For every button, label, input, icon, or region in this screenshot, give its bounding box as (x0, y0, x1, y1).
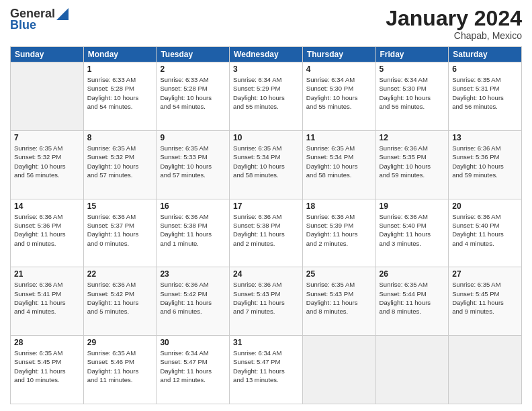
week-row-2: 14Sunrise: 6:36 AMSunset: 5:36 PMDayligh… (11, 199, 522, 267)
day-info: Sunrise: 6:34 AMSunset: 5:47 PMDaylight:… (233, 349, 299, 384)
table-row: 26Sunrise: 6:35 AMSunset: 5:44 PMDayligh… (375, 267, 449, 336)
table-row: 27Sunrise: 6:35 AMSunset: 5:45 PMDayligh… (449, 267, 522, 336)
table-row (11, 62, 84, 131)
day-info: Sunrise: 6:36 AMSunset: 5:37 PMDaylight:… (87, 212, 153, 248)
table-row: 19Sunrise: 6:36 AMSunset: 5:40 PMDayligh… (375, 199, 449, 267)
day-number: 19 (380, 201, 445, 211)
page: General Blue January 2024 Chapab, Mexico… (0, 0, 532, 411)
day-info: Sunrise: 6:33 AMSunset: 5:28 PMDaylight:… (87, 75, 153, 111)
day-number: 20 (452, 201, 518, 211)
table-row: 7Sunrise: 6:35 AMSunset: 5:32 PMDaylight… (11, 130, 84, 199)
table-row: 22Sunrise: 6:36 AMSunset: 5:42 PMDayligh… (83, 267, 157, 336)
table-row: 8Sunrise: 6:35 AMSunset: 5:32 PMDaylight… (83, 130, 157, 199)
day-info: Sunrise: 6:36 AMSunset: 5:41 PMDaylight:… (14, 280, 80, 316)
day-info: Sunrise: 6:34 AMSunset: 5:47 PMDaylight:… (160, 349, 226, 384)
day-info: Sunrise: 6:35 AMSunset: 5:45 PMDaylight:… (452, 280, 518, 316)
day-number: 18 (306, 201, 372, 211)
table-row: 9Sunrise: 6:35 AMSunset: 5:33 PMDaylight… (157, 130, 230, 199)
table-row: 2Sunrise: 6:33 AMSunset: 5:28 PMDaylight… (157, 62, 230, 131)
day-info: Sunrise: 6:36 AMSunset: 5:35 PMDaylight:… (380, 144, 445, 179)
table-row: 31Sunrise: 6:34 AMSunset: 5:47 PMDayligh… (230, 336, 303, 404)
calendar-body: 1Sunrise: 6:33 AMSunset: 5:28 PMDaylight… (11, 62, 522, 404)
day-number: 21 (14, 269, 80, 279)
day-number: 24 (233, 269, 299, 279)
table-row: 13Sunrise: 6:36 AMSunset: 5:36 PMDayligh… (449, 130, 522, 199)
table-row: 5Sunrise: 6:34 AMSunset: 5:30 PMDaylight… (375, 62, 449, 131)
day-info: Sunrise: 6:36 AMSunset: 5:42 PMDaylight:… (87, 280, 153, 316)
day-info: Sunrise: 6:33 AMSunset: 5:28 PMDaylight:… (160, 75, 226, 111)
table-row (302, 336, 375, 404)
day-number: 30 (160, 338, 226, 347)
day-number: 2 (160, 64, 226, 74)
table-row: 15Sunrise: 6:36 AMSunset: 5:37 PMDayligh… (83, 199, 157, 267)
header: General Blue January 2024 Chapab, Mexico (10, 7, 522, 41)
col-wednesday: Wednesday (230, 47, 303, 62)
month-title: January 2024 (386, 7, 522, 30)
location-title: Chapab, Mexico (386, 30, 522, 41)
table-row: 10Sunrise: 6:35 AMSunset: 5:34 PMDayligh… (230, 130, 303, 199)
day-info: Sunrise: 6:35 AMSunset: 5:33 PMDaylight:… (160, 144, 226, 179)
table-row: 4Sunrise: 6:34 AMSunset: 5:30 PMDaylight… (302, 62, 375, 131)
day-number: 28 (14, 338, 80, 347)
day-number: 6 (452, 64, 518, 74)
day-info: Sunrise: 6:35 AMSunset: 5:32 PMDaylight:… (87, 144, 153, 179)
day-number: 7 (14, 133, 80, 142)
col-thursday: Thursday (302, 47, 375, 62)
day-number: 12 (380, 133, 445, 142)
table-row: 16Sunrise: 6:36 AMSunset: 5:38 PMDayligh… (157, 199, 230, 267)
table-row: 21Sunrise: 6:36 AMSunset: 5:41 PMDayligh… (11, 267, 84, 336)
calendar-header: Sunday Monday Tuesday Wednesday Thursday… (11, 47, 522, 62)
table-row: 20Sunrise: 6:36 AMSunset: 5:40 PMDayligh… (449, 199, 522, 267)
day-info: Sunrise: 6:36 AMSunset: 5:38 PMDaylight:… (233, 212, 299, 248)
day-number: 1 (87, 64, 153, 74)
day-number: 27 (452, 269, 518, 279)
table-row: 30Sunrise: 6:34 AMSunset: 5:47 PMDayligh… (157, 336, 230, 404)
day-number: 25 (306, 269, 372, 279)
day-info: Sunrise: 6:35 AMSunset: 5:31 PMDaylight:… (452, 75, 518, 111)
week-row-1: 7Sunrise: 6:35 AMSunset: 5:32 PMDaylight… (11, 130, 522, 199)
day-info: Sunrise: 6:36 AMSunset: 5:40 PMDaylight:… (452, 212, 518, 248)
table-row: 3Sunrise: 6:34 AMSunset: 5:29 PMDaylight… (230, 62, 303, 131)
table-row: 24Sunrise: 6:36 AMSunset: 5:43 PMDayligh… (230, 267, 303, 336)
col-tuesday: Tuesday (157, 47, 230, 62)
day-number: 14 (14, 201, 80, 211)
day-number: 5 (380, 64, 445, 74)
day-number: 9 (160, 133, 226, 142)
svg-marker-0 (56, 8, 69, 20)
calendar: Sunday Monday Tuesday Wednesday Thursday… (10, 46, 522, 404)
table-row: 11Sunrise: 6:35 AMSunset: 5:34 PMDayligh… (302, 130, 375, 199)
day-number: 23 (160, 269, 226, 279)
day-info: Sunrise: 6:36 AMSunset: 5:40 PMDaylight:… (380, 212, 445, 248)
day-number: 8 (87, 133, 153, 142)
day-info: Sunrise: 6:35 AMSunset: 5:46 PMDaylight:… (87, 349, 153, 384)
logo-icon (56, 8, 69, 20)
table-row: 18Sunrise: 6:36 AMSunset: 5:39 PMDayligh… (302, 199, 375, 267)
day-info: Sunrise: 6:36 AMSunset: 5:39 PMDaylight:… (306, 212, 372, 248)
day-info: Sunrise: 6:34 AMSunset: 5:29 PMDaylight:… (233, 75, 299, 111)
day-number: 15 (87, 201, 153, 211)
day-number: 31 (233, 338, 299, 347)
table-row: 14Sunrise: 6:36 AMSunset: 5:36 PMDayligh… (11, 199, 84, 267)
table-row: 12Sunrise: 6:36 AMSunset: 5:35 PMDayligh… (375, 130, 449, 199)
day-info: Sunrise: 6:36 AMSunset: 5:43 PMDaylight:… (233, 280, 299, 316)
day-number: 16 (160, 201, 226, 211)
week-row-0: 1Sunrise: 6:33 AMSunset: 5:28 PMDaylight… (11, 62, 522, 131)
weekday-row: Sunday Monday Tuesday Wednesday Thursday… (11, 47, 522, 62)
day-info: Sunrise: 6:36 AMSunset: 5:36 PMDaylight:… (452, 144, 518, 179)
col-monday: Monday (83, 47, 157, 62)
day-number: 4 (306, 64, 372, 74)
week-row-3: 21Sunrise: 6:36 AMSunset: 5:41 PMDayligh… (11, 267, 522, 336)
table-row: 28Sunrise: 6:35 AMSunset: 5:45 PMDayligh… (11, 336, 84, 404)
table-row: 17Sunrise: 6:36 AMSunset: 5:38 PMDayligh… (230, 199, 303, 267)
day-info: Sunrise: 6:35 AMSunset: 5:32 PMDaylight:… (14, 144, 80, 179)
table-row (449, 336, 522, 404)
day-info: Sunrise: 6:34 AMSunset: 5:30 PMDaylight:… (380, 75, 445, 111)
col-friday: Friday (375, 47, 449, 62)
day-number: 13 (452, 133, 518, 142)
table-row: 1Sunrise: 6:33 AMSunset: 5:28 PMDaylight… (83, 62, 157, 131)
table-row (375, 336, 449, 404)
day-number: 17 (233, 201, 299, 211)
day-info: Sunrise: 6:36 AMSunset: 5:42 PMDaylight:… (160, 280, 226, 316)
week-row-4: 28Sunrise: 6:35 AMSunset: 5:45 PMDayligh… (11, 336, 522, 404)
day-info: Sunrise: 6:36 AMSunset: 5:36 PMDaylight:… (14, 212, 80, 248)
